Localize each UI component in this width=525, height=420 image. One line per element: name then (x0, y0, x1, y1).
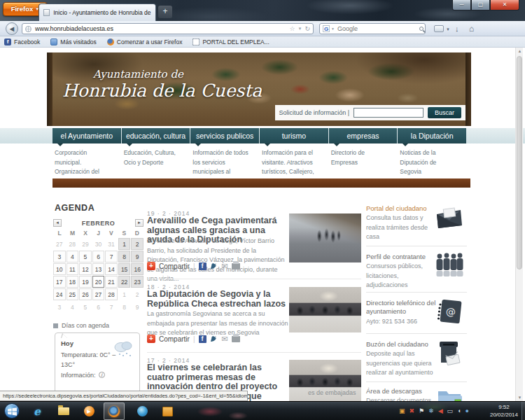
taskbar-internet-explorer[interactable]: e (28, 404, 46, 419)
bookmark-facebook[interactable]: fFacebook (4, 38, 40, 46)
page-scrollbar[interactable]: ▲ ▼ (515, 48, 523, 401)
calendar-day[interactable]: 12 (79, 263, 92, 275)
url-input[interactable] (35, 25, 289, 32)
calendar-day[interactable]: 9 (131, 251, 144, 262)
calendar-day[interactable]: 18 (66, 276, 79, 288)
start-button[interactable] (4, 403, 20, 419)
calendar-day[interactable]: 17 (53, 276, 66, 288)
web-search-input[interactable] (337, 25, 419, 32)
calendar-day[interactable]: 7 (105, 251, 118, 262)
calendar-day[interactable]: 3 (53, 301, 66, 313)
scroll-up-icon[interactable]: ▲ (516, 49, 524, 53)
bookmark-comenzar-firefox[interactable]: Comenzar a usar Firefox (107, 38, 183, 46)
email-share-icon[interactable]: ✉ (222, 335, 228, 343)
tray-volume-icon[interactable]: ◖ (457, 406, 461, 416)
taskbar-media-player[interactable]: ▶ (80, 404, 98, 419)
taskbar-firefox-active[interactable] (104, 402, 125, 420)
calendar-next-button[interactable]: ► (135, 219, 144, 227)
print-share-icon[interactable] (232, 263, 240, 270)
calendar-day[interactable]: 15 (118, 263, 131, 275)
calendar-day[interactable]: 31 (105, 238, 118, 250)
email-share-icon[interactable]: ✉ (222, 262, 228, 270)
service-area-descargas[interactable]: Área de descargas (366, 387, 438, 396)
calendar-day[interactable]: 1 (118, 238, 131, 250)
bookmark-star-icon[interactable]: ☆ (289, 25, 295, 32)
tray-flag-icon[interactable]: ⚑ (419, 406, 424, 416)
calendar-day[interactable]: 6 (92, 301, 105, 313)
tray-display-icon[interactable]: ▭ (447, 406, 454, 416)
tray-app-icon[interactable]: ▣ (399, 406, 405, 416)
calendar-day[interactable]: 16 (131, 263, 144, 275)
browser-tab[interactable]: Inicio - Ayuntamiento de Honrubia de la.… (38, 4, 156, 21)
scroll-down-icon[interactable]: ▼ (516, 396, 524, 400)
calendar-day[interactable]: 30 (92, 238, 105, 250)
site-search-input[interactable] (354, 108, 424, 118)
sharethis-icon[interactable]: + (147, 335, 155, 343)
tray-alert-icon[interactable]: ✖ (410, 406, 415, 416)
downloads-folder-icon[interactable] (433, 386, 465, 401)
engine-dropdown-icon[interactable]: ▼ (331, 27, 335, 31)
calendar-day[interactable]: 26 (79, 288, 92, 300)
taskbar-clock[interactable]: 9:52 20/02/2014 (490, 404, 518, 419)
search-magnifier-icon[interactable] (419, 27, 424, 31)
reload-icon[interactable]: ↻ (304, 25, 310, 32)
calendar-day[interactable]: 6 (92, 251, 105, 262)
url-dropdown-icon[interactable]: ▼ (298, 27, 302, 31)
article-photo[interactable] (289, 214, 361, 262)
twitter-share-icon[interactable] (210, 262, 218, 270)
calendar-day[interactable]: 1 (118, 288, 131, 300)
minimize-button[interactable]: ─ (452, 0, 471, 10)
share-label[interactable]: Compartir (159, 262, 190, 270)
url-bar[interactable]: ☆ ▼ ↻ (22, 23, 314, 34)
twitter-share-icon[interactable] (210, 335, 218, 342)
tray-update-icon[interactable]: ❄ (428, 406, 434, 416)
calendar-day[interactable]: 2 (131, 238, 144, 250)
taskbar-explorer-folder[interactable] (55, 404, 73, 419)
people-group-icon[interactable] (433, 251, 465, 279)
calendar-day[interactable]: 3 (53, 251, 66, 262)
calendar-day[interactable]: 5 (79, 301, 92, 313)
print-share-icon[interactable] (232, 336, 240, 342)
service-portal-ciudadano[interactable]: Portal del ciudadano (366, 204, 438, 213)
article-title[interactable]: La Diputación de Segovia y la República … (147, 290, 288, 309)
calendar-day[interactable]: 23 (131, 276, 144, 288)
info-icon[interactable]: i (99, 372, 105, 378)
calendar-day[interactable]: 4 (66, 251, 79, 262)
calendar-day[interactable]: 21 (105, 276, 118, 288)
back-button[interactable]: ◄ (6, 22, 18, 35)
address-book-icon[interactable]: @ (433, 298, 465, 326)
calendar-day[interactable]: 9 (131, 301, 144, 313)
calendar-day[interactable]: 27 (92, 288, 105, 300)
facebook-share-icon[interactable]: f (199, 262, 206, 270)
calendar-day[interactable]: 8 (118, 301, 131, 313)
tray-media-icon[interactable]: ◀ (438, 406, 443, 416)
calendar-day[interactable]: 25 (66, 288, 79, 300)
nav-item-empresas[interactable]: empresas (329, 128, 398, 144)
service-buzon-ciudadano[interactable]: Buzón del ciudadano (366, 340, 438, 349)
calendar-day[interactable]: 13 (92, 263, 105, 275)
calendar-day[interactable]: 7 (105, 301, 118, 313)
taskbar-globe-app[interactable] (133, 404, 151, 419)
tray-network-icon[interactable]: ● (465, 406, 469, 416)
sharethis-icon[interactable]: + (147, 262, 155, 270)
scrollbar-thumb[interactable] (517, 56, 522, 270)
new-tab-button[interactable]: + (158, 6, 172, 18)
buscar-button[interactable]: Buscar (428, 107, 461, 118)
taskbar-orange-app[interactable] (158, 404, 176, 419)
calendar-day[interactable]: 2 (131, 288, 144, 300)
site-identity-icon[interactable] (25, 26, 31, 32)
home-icon[interactable]: ⌂ (469, 24, 474, 34)
show-desktop-button[interactable] (522, 402, 525, 420)
google-engine-icon[interactable]: G (323, 25, 330, 32)
calendar-day[interactable]: 11 (66, 263, 79, 275)
calendar-day[interactable]: 29 (79, 238, 92, 250)
envelope-icon[interactable] (433, 204, 465, 231)
nav-item-servicios-publicos[interactable]: servicios publicos (190, 128, 259, 144)
bookmarks-panel-icon[interactable] (434, 25, 444, 32)
bookmark-mas-visitados[interactable]: Más visitados (50, 38, 97, 46)
share-label[interactable]: Compartir (159, 335, 190, 343)
nav-item-diputacion[interactable]: la Diputación (398, 128, 466, 144)
calendar-day[interactable]: 10 (53, 263, 66, 275)
maximize-button[interactable]: ▢ (471, 0, 490, 10)
calendar-day[interactable]: 22 (118, 276, 131, 288)
